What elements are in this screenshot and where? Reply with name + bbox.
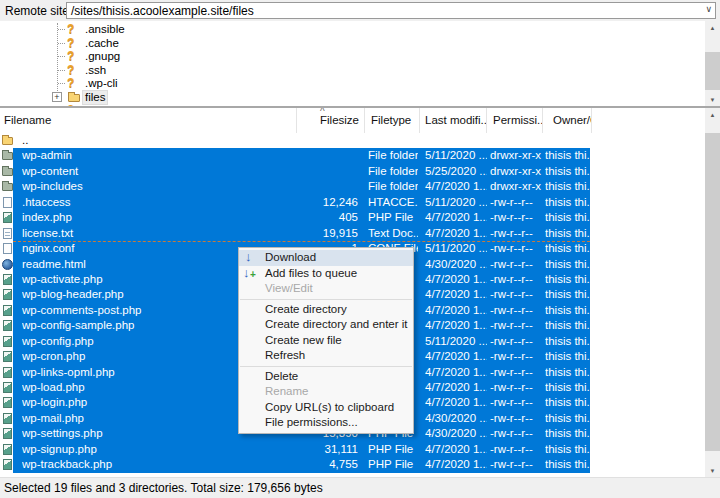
tree-item-label: .gnupg — [85, 50, 120, 63]
column-header-filename[interactable]: Filename — [0, 108, 297, 133]
page-icon — [3, 243, 12, 254]
menu-item-create-new-file[interactable]: Create new file — [239, 333, 413, 349]
permissions-cell: -rw-r--r-- — [490, 241, 543, 256]
permissions-cell: -rw-r--r-- — [490, 380, 543, 395]
permissions-cell: -rw-r--r-- — [490, 349, 543, 364]
page-lines-icon — [3, 228, 12, 239]
menu-item-label: View/Edit — [265, 282, 313, 294]
menu-item-create-directory-and-enter-it[interactable]: Create directory and enter it — [239, 317, 413, 333]
menu-item-add-files-to-queue[interactable]: Add files to queue — [239, 266, 413, 282]
file-row[interactable]: wp-includesFile folder4/7/2020 1...drwxr… — [0, 179, 704, 194]
page-icon — [3, 197, 12, 208]
php-icon — [3, 336, 12, 347]
php-icon — [3, 305, 12, 316]
modified-cell: 4/30/2020 ... — [425, 257, 487, 272]
unknown-dir-icon — [66, 77, 78, 89]
status-bar: Selected 19 files and 3 directories. Tot… — [0, 477, 720, 498]
filesize-cell — [297, 164, 358, 179]
folder-g-icon — [2, 152, 13, 160]
folder-icon — [68, 94, 80, 102]
tree-scrollbar-thumb[interactable] — [705, 52, 720, 90]
tree-item-.gnupg[interactable]: .gnupg — [0, 50, 704, 64]
owner-cell: thisis thi... — [545, 179, 590, 194]
permissions-cell: drwxr-xr-x — [490, 148, 543, 163]
php-icon — [3, 289, 12, 300]
tree-item-.cache[interactable]: .cache — [0, 37, 704, 51]
owner-cell: thisis thi... — [545, 395, 590, 410]
menu-item-copy-url-s-to-clipboard[interactable]: Copy URL(s) to clipboard — [239, 400, 413, 416]
php-icon — [3, 444, 12, 455]
file-row[interactable]: wp-contentFile folder5/25/2020 ...drwxr-… — [0, 164, 704, 179]
tree-item-label: .wp-cli — [85, 77, 118, 90]
download-icon — [243, 250, 257, 265]
tree-item-files[interactable]: +files — [0, 91, 704, 105]
permissions-cell: -rw-r--r-- — [490, 195, 543, 210]
filetype-cell: File folder — [368, 148, 418, 163]
menu-item-create-directory[interactable]: Create directory — [239, 302, 413, 318]
menu-item-label: Refresh — [265, 349, 305, 361]
tree-item-.wp-cli[interactable]: .wp-cli — [0, 77, 704, 91]
menu-item-file-permissions[interactable]: File permissions... — [239, 415, 413, 431]
menu-item-download[interactable]: Download — [239, 250, 413, 266]
owner-cell: thisis thi... — [545, 210, 590, 225]
tree-item-.ansible[interactable]: .ansible — [0, 23, 704, 37]
permissions-cell: -rw-r--r-- — [490, 210, 543, 225]
owner-cell: thisis thi... — [545, 334, 590, 349]
modified-cell: 4/7/2020 1... — [425, 287, 487, 302]
column-header-ownerg[interactable]: Owner/G... — [543, 108, 592, 133]
modified-cell: 4/7/2020 1... — [425, 349, 487, 364]
filetype-cell: PHP File — [368, 210, 418, 225]
filename-cell: wp-admin — [22, 148, 297, 163]
php-icon — [3, 320, 12, 331]
filetype-cell: Text Doc... — [368, 226, 418, 241]
tree-item-.ssh[interactable]: .ssh — [0, 64, 704, 78]
column-header-filetype[interactable]: Filetype — [365, 108, 420, 133]
expand-plus-icon[interactable]: + — [52, 92, 62, 102]
owner-cell: thisis thi... — [545, 457, 590, 472]
permissions-cell: -rw-r--r-- — [490, 272, 543, 287]
remote-site-label: Remote site: — [5, 4, 72, 18]
filename-cell: wp-trackback.php — [22, 457, 297, 472]
menu-item-rename: Rename — [239, 384, 413, 400]
scroll-up-icon[interactable]: ▲ — [705, 21, 720, 35]
menu-item-delete[interactable]: Delete — [239, 369, 413, 385]
modified-cell: 4/7/2020 1... — [425, 226, 487, 241]
filename-cell: wp-includes — [22, 179, 297, 194]
column-header-lastmodifi[interactable]: Last modifi... — [420, 108, 487, 133]
column-header-permissi[interactable]: Permissi... — [487, 108, 543, 133]
modified-cell: 4/7/2020 1... — [425, 457, 487, 472]
owner-cell: thisis thi... — [545, 257, 590, 272]
remote-site-combo[interactable]: /sites/thisis.acoolexample.site/files ∨ — [66, 2, 716, 19]
file-row[interactable]: index.php405PHP File4/7/2020 1...-rw-r--… — [0, 210, 704, 225]
chevron-down-icon[interactable]: ∨ — [705, 4, 712, 14]
scroll-down-icon[interactable]: ▼ — [705, 93, 720, 107]
filesize-cell — [297, 179, 358, 194]
tree-scrollbar[interactable]: ▲ ▼ — [705, 21, 720, 107]
column-header-filesize[interactable]: Filesize — [297, 108, 365, 133]
file-row[interactable]: wp-signup.php31,111PHP File4/7/2020 1...… — [0, 442, 704, 457]
file-row[interactable]: license.txt19,915Text Doc...4/7/2020 1..… — [0, 226, 704, 241]
file-row[interactable]: wp-trackback.php4,755PHP File4/7/2020 1.… — [0, 457, 704, 472]
filename-cell: license.txt — [22, 226, 297, 241]
modified-cell: 4/30/2020 ... — [425, 426, 487, 441]
scroll-down-icon[interactable]: ▼ — [705, 464, 720, 477]
scroll-up-icon[interactable]: ▲ — [705, 108, 720, 122]
file-row[interactable]: .htaccess12,246HTACCE...5/11/2020 ...-rw… — [0, 195, 704, 210]
menu-item-label: Add files to queue — [265, 267, 357, 279]
modified-cell: 4/30/2020 ... — [425, 411, 487, 426]
modified-cell — [425, 133, 487, 148]
file-row[interactable]: .. — [0, 133, 704, 148]
menu-item-refresh[interactable]: Refresh — [239, 348, 413, 364]
file-list-scrollbar[interactable]: ▲ ▼ — [705, 108, 720, 477]
permissions-cell: -rw-r--r-- — [490, 318, 543, 333]
file-row[interactable]: wp-adminFile folder5/11/2020 ...drwxr-xr… — [0, 148, 704, 163]
modified-cell: 4/7/2020 1... — [425, 442, 487, 457]
permissions-cell: -rw-r--r-- — [490, 395, 543, 410]
filename-cell: .. — [22, 133, 297, 148]
menu-item-label: Delete — [265, 370, 298, 382]
file-list-scrollbar-thumb[interactable] — [705, 133, 720, 451]
filetype-cell: HTACCE... — [368, 195, 418, 210]
modified-cell: 5/11/2020 ... — [425, 148, 487, 163]
tree-branch-line — [58, 56, 65, 57]
unknown-dir-icon — [66, 50, 78, 62]
